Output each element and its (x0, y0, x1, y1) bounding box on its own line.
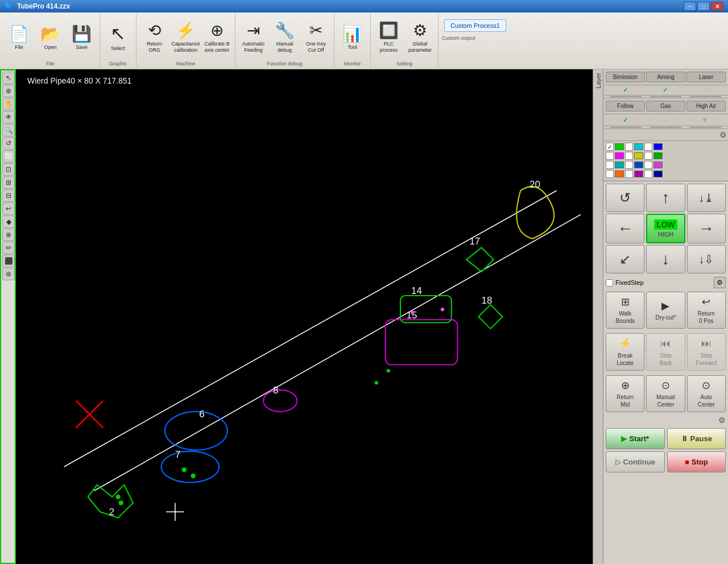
break-locate-button[interactable]: ⚡ BreakLocate (606, 333, 644, 370)
walk-bounds-button[interactable]: ⊞ WalkBounds (606, 292, 644, 329)
swatch-check-6[interactable] (644, 152, 652, 160)
nav-low-high-button[interactable]: LOW HIGH (646, 214, 685, 243)
left-tool-zoom[interactable]: 🔍 (2, 124, 15, 136)
nav-left-button[interactable]: ← (606, 214, 644, 243)
nav-pivot-left-button[interactable]: ↙ (606, 245, 644, 273)
panel-settings-gear-icon[interactable]: ⚙ (718, 416, 726, 425)
swatch-teal[interactable] (615, 161, 624, 168)
maximize-button[interactable]: □ (697, 2, 710, 11)
bottom-gear-row: ⚙ (603, 414, 728, 426)
svg-point-17 (165, 412, 228, 450)
swatch-magenta2[interactable] (653, 161, 663, 168)
nav-down-into-button[interactable]: ↓⤓ (687, 184, 726, 212)
swatch-check-3[interactable] (644, 143, 652, 151)
new-file-button[interactable]: 📄 File (3, 17, 35, 58)
pause-button[interactable]: ⏸ Pause (667, 428, 726, 449)
save-icon: 💾 (72, 24, 92, 43)
left-tool-rotate[interactable]: ↺ (2, 137, 15, 150)
follow-toggle[interactable]: Follow (606, 101, 645, 111)
swatch-green[interactable] (615, 143, 624, 150)
nav-right-button[interactable]: → (687, 214, 726, 243)
main-area: ↖ ⊕ ✋ 👁 🔍 ↺ ⬜ ⊡ ⊞ ⊟ ↩ ◆ ⊗ ✏ ⬛ ⊛ Wierd Pi… (0, 69, 728, 564)
swatch-check-7[interactable] (606, 161, 614, 169)
swatch-check-5[interactable] (625, 152, 633, 160)
save-button[interactable]: 💾 Save (66, 17, 97, 58)
close-button[interactable]: ✕ (711, 2, 723, 11)
window-controls[interactable]: ─ □ ✕ (684, 2, 723, 11)
nav-rotate-ccw-button[interactable]: ↺ (606, 184, 644, 212)
left-tool-collapse[interactable]: ⊟ (2, 189, 15, 202)
fixed-step-checkbox[interactable] (606, 279, 613, 287)
left-tool-fill[interactable]: ⬛ (2, 255, 15, 267)
nav-down-right-button[interactable]: ↓⇩ (687, 245, 726, 273)
high-air-toggle[interactable]: High Air (686, 101, 726, 111)
left-tool-add[interactable]: ⊕ (2, 85, 15, 97)
capacitance-button[interactable]: ⚡ Capacitance calibration (170, 17, 201, 58)
left-tool-grid[interactable]: ⊡ (2, 163, 15, 176)
run-buttons-grid: ▶ Start* ⏸ Pause ▷ Continue ■ Stop (606, 428, 726, 472)
swatch-check-2[interactable] (625, 143, 633, 151)
swatch-green2[interactable] (653, 152, 663, 159)
calibrate-b-button[interactable]: ⊕ Calibrate B axis center (201, 17, 233, 58)
swatch-darkpurple[interactable] (634, 171, 643, 177)
tool-monitor-button[interactable]: 📊 Tool (337, 17, 368, 58)
step-back-button[interactable]: ⏮ StepBack (646, 333, 685, 370)
left-tool-measure[interactable]: ⊗ (2, 229, 15, 241)
swatch-magenta[interactable] (615, 152, 624, 159)
nav-down-button[interactable]: ↓ (646, 245, 685, 273)
dry-cut-button[interactable]: ▶ Dry-cut* (646, 292, 685, 329)
left-tool-select[interactable]: ↖ (2, 72, 15, 84)
nav-up-button[interactable]: ↑ (646, 184, 685, 212)
left-tool-undo[interactable]: ↩ (2, 202, 15, 215)
gas-toggle[interactable]: Gas (646, 101, 685, 111)
bimission-toggle[interactable]: Bimission (606, 72, 645, 82)
custom-output-label: Custom output (442, 35, 475, 41)
select-button[interactable]: ↖ Select (102, 17, 134, 58)
auto-feeding-button[interactable]: ⇥ Automatic Feeding (238, 17, 269, 58)
start-button[interactable]: ▶ Start* (606, 428, 665, 449)
left-tool-view[interactable]: 👁 (2, 111, 15, 123)
aiming-toggle[interactable]: Aiming (646, 72, 685, 82)
swatch-cyan[interactable] (634, 143, 643, 150)
left-tool-special[interactable]: ⊛ (2, 268, 15, 280)
return-0-pos-button[interactable]: ↩ Return0 Pos (687, 292, 726, 329)
swatch-blue2[interactable] (634, 161, 643, 168)
minimize-button[interactable]: ─ (684, 2, 696, 11)
stop-button[interactable]: ■ Stop (667, 451, 726, 472)
laser-toggle[interactable]: Laser (686, 72, 726, 82)
return-mid-button[interactable]: ⊕ ReturnMid (606, 375, 644, 412)
swatch-check-12[interactable] (644, 170, 652, 178)
swatch-check-1[interactable]: ✓ (606, 143, 614, 151)
swatch-blue[interactable] (653, 143, 663, 150)
swatch-orange[interactable] (615, 171, 624, 177)
swatch-check-11[interactable] (625, 170, 633, 178)
swatch-yellow[interactable] (634, 152, 643, 159)
manual-debug-button[interactable]: 🔧 Manual debug (269, 17, 300, 58)
swatch-check-8[interactable] (625, 161, 633, 169)
left-tool-rect[interactable]: ⬜ (2, 150, 15, 163)
auto-center-button[interactable]: ⊙ AutoCenter (687, 375, 726, 412)
step-forward-button[interactable]: ⏭ StepForward (687, 333, 726, 370)
main-canvas-svg[interactable]: 20 17 14 18 15 8 6 7 2 (16, 69, 593, 564)
continue-button[interactable]: ▷ Continue (606, 451, 665, 472)
app-icon: 🔷 (5, 2, 14, 11)
open-button[interactable]: 📂 Open (35, 17, 66, 58)
canvas-area[interactable]: Wierd Pipe40 × 80 X 717.851 20 17 14 18 (16, 69, 593, 564)
swatch-darkblue[interactable] (653, 171, 663, 177)
follow-check: ✓ (623, 117, 628, 124)
return-org-button[interactable]: ⟲ Return ORG (139, 17, 170, 58)
global-param-button[interactable]: ⚙ Global parameter (404, 17, 436, 58)
layer-settings-gear-icon[interactable]: ⚙ (719, 130, 727, 139)
left-tool-expand[interactable]: ⊞ (2, 176, 15, 189)
swatch-check-10[interactable] (606, 170, 614, 178)
left-tool-draw[interactable]: ✏ (2, 242, 15, 254)
swatch-check-9[interactable] (644, 161, 652, 169)
manual-center-button[interactable]: ⊙ ManualCenter (646, 375, 685, 412)
left-tool-diamond[interactable]: ◆ (2, 215, 15, 228)
plc-button[interactable]: 🔲 PLC process (373, 17, 404, 58)
swatch-check-4[interactable] (606, 152, 614, 160)
left-tool-pan[interactable]: ✋ (2, 98, 15, 110)
fixed-step-gear-button[interactable]: ⚙ (714, 277, 726, 288)
one-cut-off-button[interactable]: ✂ One Key Cut Off (300, 17, 332, 58)
custom-process-button[interactable]: Custom Process1 (444, 19, 506, 32)
